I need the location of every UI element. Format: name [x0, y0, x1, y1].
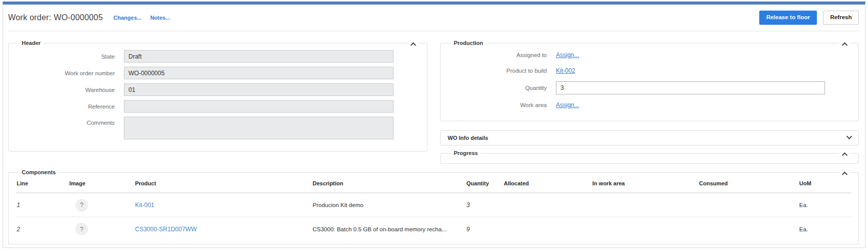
column-header-in-work-area: In work area — [592, 180, 699, 186]
comments-field — [124, 117, 394, 139]
column-header-line: Line — [17, 180, 69, 186]
description-cell: CS3000: Batch 0.5 GB of on-board memory … — [313, 226, 466, 232]
chevron-up-icon — [842, 172, 847, 177]
right-column: Production Assigned to Assign... Product… — [440, 40, 859, 164]
chevron-up-icon — [410, 42, 416, 48]
production-panel: Production Assigned to Assign... Product… — [440, 40, 859, 121]
product-link[interactable]: CS3000-SR1D007WW — [135, 226, 313, 233]
assigned-to-assign-link[interactable]: Assign... — [556, 52, 579, 59]
wo-info-details-label: WO Info details — [448, 135, 488, 141]
components-panel-legend: Components — [19, 170, 58, 175]
progress-collapse-button[interactable] — [839, 152, 850, 158]
chevron-down-icon — [846, 134, 852, 139]
title-divider — [8, 31, 860, 31]
description-cell: Producion Kit demo — [313, 202, 466, 208]
title-bar: Work order: WO-0000005 Changes... Notes.… — [3, 5, 865, 31]
work-area-label: Work area — [448, 102, 547, 108]
column-header-quantity: Quantity — [466, 180, 504, 186]
components-table-header: Line Image Product Description Quantity … — [16, 175, 851, 193]
column-header-product: Product — [135, 180, 313, 186]
work-order-number-field: WO-0000005 — [124, 67, 394, 79]
table-row: 2 ? CS3000-SR1D007WW CS3000: Batch 0.5 G… — [16, 217, 851, 241]
header-panel-legend: Header — [19, 40, 43, 46]
image-placeholder-icon: ? — [75, 199, 88, 212]
release-to-floor-button[interactable]: Release to floor — [759, 11, 817, 25]
column-header-consumed: Consumed — [699, 180, 799, 186]
chevron-up-icon — [842, 153, 847, 158]
wo-info-details-section[interactable]: WO Info details — [440, 130, 859, 145]
changes-link[interactable]: Changes... — [113, 15, 142, 21]
production-panel-legend: Production — [451, 40, 486, 46]
image-placeholder-icon: ? — [75, 223, 88, 235]
quantity-cell: 9 — [466, 226, 504, 233]
column-header-uom: UoM — [799, 180, 850, 186]
production-collapse-button[interactable] — [839, 41, 850, 47]
line-number: 2 — [17, 226, 69, 233]
work-area-assign-link[interactable]: Assign... — [556, 102, 579, 109]
reference-label: Reference — [16, 104, 115, 110]
refresh-button[interactable]: Refresh — [823, 11, 859, 25]
state-field: Draft — [124, 50, 394, 63]
work-order-number-label: Work order number — [16, 70, 115, 76]
warehouse-label: Warehouse — [16, 87, 115, 93]
product-to-build-link[interactable]: Kit-002 — [556, 67, 575, 74]
notes-link[interactable]: Notes... — [150, 15, 170, 21]
quantity-label: Quantity — [448, 85, 547, 91]
column-header-allocated: Allocated — [504, 180, 592, 186]
column-header-description: Description — [313, 180, 466, 186]
state-label: State — [16, 54, 115, 60]
reference-field — [124, 100, 394, 113]
warehouse-field: 01 — [124, 83, 394, 96]
assigned-to-label: Assigned to — [448, 52, 547, 58]
comments-label: Comments — [16, 117, 115, 126]
quantity-input[interactable] — [556, 81, 825, 94]
product-to-build-label: Product to build — [448, 68, 547, 74]
column-header-image: Image — [69, 180, 135, 186]
line-number: 1 — [17, 202, 69, 209]
header-collapse-button[interactable] — [408, 41, 419, 47]
components-panel: Components Line Image Product Descriptio… — [8, 170, 859, 244]
components-collapse-button[interactable] — [839, 171, 850, 177]
work-order-page: Work order: WO-0000005 Changes... Notes.… — [3, 2, 865, 248]
quantity-cell: 3 — [466, 202, 504, 209]
header-panel: Header State Draft Work order number WO-… — [8, 40, 427, 152]
chevron-up-icon — [842, 42, 847, 48]
product-link[interactable]: Kit-001 — [135, 202, 313, 209]
main-content: Header State Draft Work order number WO-… — [3, 40, 865, 244]
progress-panel-legend: Progress — [451, 150, 481, 156]
page-title: Work order: WO-0000005 — [8, 13, 103, 22]
uom-cell: Ea. — [799, 202, 850, 208]
table-row: 1 ? Kit-001 Producion Kit demo 3 Ea. — [16, 193, 851, 217]
uom-cell: Ea. — [799, 226, 850, 232]
progress-panel: Progress — [440, 150, 859, 164]
